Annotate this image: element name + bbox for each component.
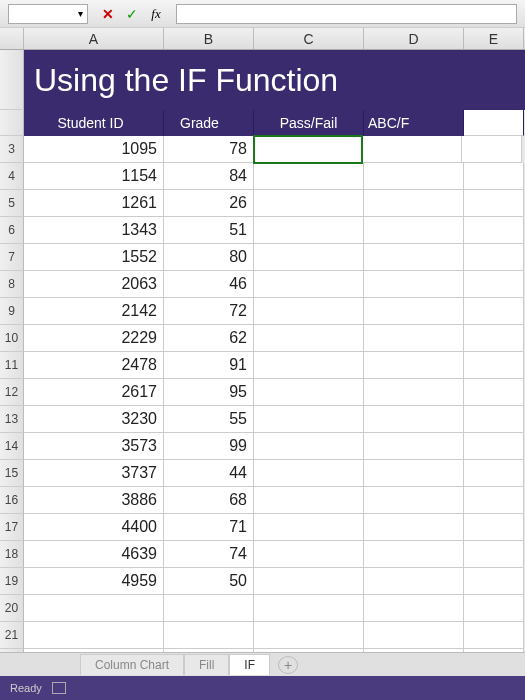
cell-passfail[interactable] — [254, 190, 364, 217]
cancel-icon[interactable]: ✕ — [100, 6, 116, 22]
cell-student-id[interactable]: 3886 — [24, 487, 164, 514]
cell-grade[interactable]: 74 — [164, 541, 254, 568]
cell-empty[interactable] — [464, 379, 524, 406]
row-header[interactable]: 15 — [0, 460, 24, 487]
cell-empty[interactable] — [462, 136, 522, 163]
fx-icon[interactable]: fx — [148, 6, 164, 22]
row-header[interactable]: 17 — [0, 514, 24, 541]
select-all-corner[interactable] — [0, 28, 24, 49]
cell-abcf[interactable] — [364, 568, 464, 595]
cell-grade[interactable]: 50 — [164, 568, 254, 595]
cell-passfail[interactable] — [254, 406, 364, 433]
row-header[interactable] — [0, 50, 24, 110]
row-header[interactable]: 18 — [0, 541, 24, 568]
cell-empty[interactable] — [464, 352, 524, 379]
cell-passfail[interactable] — [254, 622, 364, 649]
cell-empty[interactable] — [464, 622, 524, 649]
column-header-b[interactable]: B — [164, 28, 254, 49]
name-box[interactable]: ▾ — [8, 4, 88, 24]
cell-empty[interactable] — [464, 406, 524, 433]
cell-empty[interactable] — [464, 595, 524, 622]
formula-bar[interactable] — [176, 4, 517, 24]
cell-student-id[interactable]: 1261 — [24, 190, 164, 217]
cell-empty[interactable] — [464, 298, 524, 325]
tab-if[interactable]: IF — [229, 654, 270, 675]
row-header[interactable]: 3 — [0, 136, 24, 163]
cell-passfail[interactable] — [254, 568, 364, 595]
row-header[interactable]: 14 — [0, 433, 24, 460]
cell-empty[interactable] — [464, 460, 524, 487]
row-header[interactable]: 7 — [0, 244, 24, 271]
cell-grade[interactable]: 95 — [164, 379, 254, 406]
cell-abcf[interactable] — [364, 487, 464, 514]
cell-grade[interactable]: 91 — [164, 352, 254, 379]
cell-grade[interactable]: 51 — [164, 217, 254, 244]
column-header-a[interactable]: A — [24, 28, 164, 49]
cell-grade[interactable]: 99 — [164, 433, 254, 460]
cell-student-id[interactable] — [24, 595, 164, 622]
cell-abcf[interactable] — [364, 514, 464, 541]
cell-grade[interactable] — [164, 622, 254, 649]
cell-grade[interactable]: 71 — [164, 514, 254, 541]
cell-abcf[interactable] — [362, 136, 462, 163]
row-header[interactable]: 11 — [0, 352, 24, 379]
cell-empty[interactable] — [464, 163, 524, 190]
cell-empty[interactable] — [464, 568, 524, 595]
cell-abcf[interactable] — [364, 163, 464, 190]
cell-abcf[interactable] — [364, 190, 464, 217]
cell-empty[interactable] — [464, 244, 524, 271]
cell-student-id[interactable] — [24, 622, 164, 649]
row-header[interactable]: 21 — [0, 622, 24, 649]
cell-grade[interactable]: 78 — [164, 136, 254, 163]
cell-passfail[interactable] — [254, 541, 364, 568]
cell-empty[interactable] — [464, 487, 524, 514]
cell-grade[interactable]: 62 — [164, 325, 254, 352]
cell-student-id[interactable]: 1552 — [24, 244, 164, 271]
cell-abcf[interactable] — [364, 379, 464, 406]
cell-student-id[interactable]: 2229 — [24, 325, 164, 352]
cell-empty[interactable] — [464, 433, 524, 460]
cell-abcf[interactable] — [364, 433, 464, 460]
row-header[interactable]: 13 — [0, 406, 24, 433]
cell-student-id[interactable]: 1154 — [24, 163, 164, 190]
cell-passfail[interactable] — [254, 514, 364, 541]
cell-student-id[interactable]: 4639 — [24, 541, 164, 568]
cell-student-id[interactable]: 3230 — [24, 406, 164, 433]
cell-abcf[interactable] — [364, 244, 464, 271]
enter-icon[interactable]: ✓ — [124, 6, 140, 22]
cell-abcf[interactable] — [364, 541, 464, 568]
cell-abcf[interactable] — [364, 298, 464, 325]
table-header-student-id[interactable]: Student ID — [24, 110, 164, 136]
table-header-passfail[interactable]: Pass/Fail — [254, 110, 364, 136]
cell-passfail[interactable] — [254, 217, 364, 244]
cell-student-id[interactable]: 2478 — [24, 352, 164, 379]
table-header-empty[interactable] — [464, 110, 524, 136]
cell-student-id[interactable]: 1095 — [24, 136, 164, 163]
cell-grade[interactable]: 55 — [164, 406, 254, 433]
tab-column-chart[interactable]: Column Chart — [80, 654, 184, 675]
cell-abcf[interactable] — [364, 406, 464, 433]
cell-student-id[interactable]: 2617 — [24, 379, 164, 406]
row-header[interactable]: 12 — [0, 379, 24, 406]
cell-grade[interactable]: 44 — [164, 460, 254, 487]
cell-abcf[interactable] — [364, 622, 464, 649]
cell-grade[interactable]: 46 — [164, 271, 254, 298]
cell-abcf[interactable] — [364, 325, 464, 352]
cell-passfail[interactable] — [254, 271, 364, 298]
cell-passfail[interactable] — [254, 352, 364, 379]
cell-passfail[interactable] — [254, 379, 364, 406]
add-sheet-button[interactable]: + — [278, 656, 298, 674]
cell-passfail[interactable] — [254, 298, 364, 325]
cell-passfail[interactable] — [254, 163, 364, 190]
row-header[interactable]: 5 — [0, 190, 24, 217]
cell-grade[interactable]: 68 — [164, 487, 254, 514]
macro-record-icon[interactable] — [52, 682, 66, 694]
cell-grade[interactable]: 80 — [164, 244, 254, 271]
cell-passfail[interactable] — [254, 433, 364, 460]
table-header-abcf[interactable]: ABC/F — [364, 110, 464, 136]
tab-fill[interactable]: Fill — [184, 654, 229, 675]
cell-abcf[interactable] — [364, 217, 464, 244]
cell-empty[interactable] — [464, 190, 524, 217]
cell-student-id[interactable]: 4400 — [24, 514, 164, 541]
cell-empty[interactable] — [464, 541, 524, 568]
